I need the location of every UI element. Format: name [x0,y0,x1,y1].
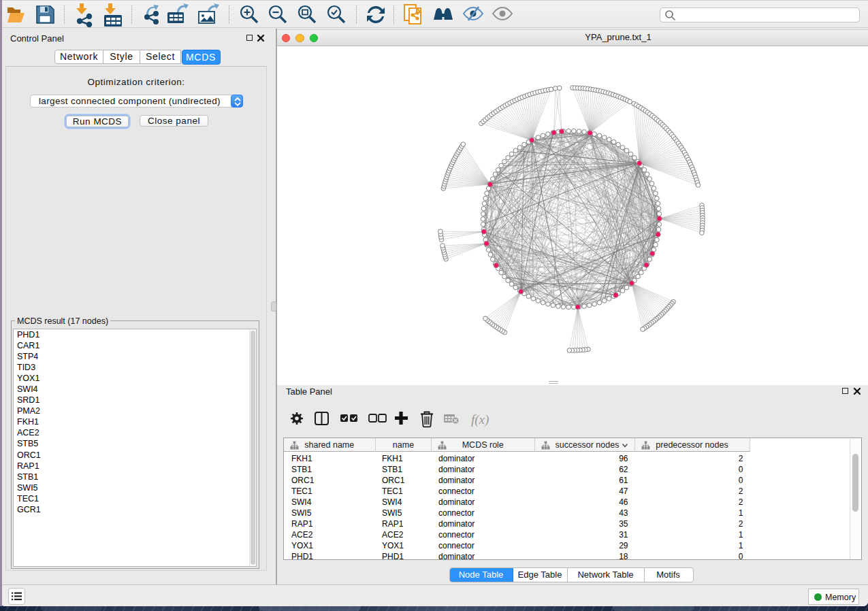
svg-text:f(x): f(x) [471,412,489,427]
